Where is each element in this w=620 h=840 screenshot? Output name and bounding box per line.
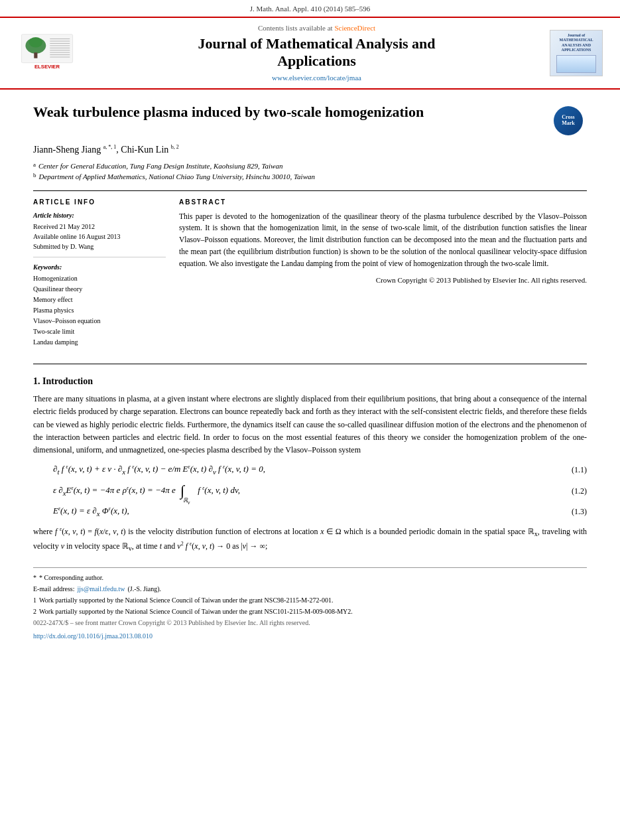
introduction-heading: 1. Introduction [33,375,587,388]
sciencedirect-brand[interactable]: ScienceDirect [334,24,375,32]
received-date: Received 21 May 2012 [33,222,166,232]
intro-paragraph-1: There are many situations in plasma, at … [33,393,587,456]
page-wrapper: J. Math. Anal. Appl. 410 (2014) 585–596 [0,0,620,840]
footer-copyright: 0022-247X/$ – see front matter Crown Cop… [33,618,587,628]
keyword-5: Vlasov–Poisson equation [33,316,166,326]
email-name: (J.-S. Jiang). [127,585,161,594]
journal-title-area: Contents lists available at ScienceDirec… [90,23,543,83]
article-footer: * * Corresponding author. E-mail address… [33,567,587,641]
journal-title: Journal of Mathematical Analysis and App… [90,35,543,70]
equation-1-2: ε ∂xEε(x, t) = −4π e ρε(x, t) = −4π e ∫ … [53,484,587,498]
history-dates: Received 21 May 2012 Available online 16… [33,222,166,251]
abstract-section: ABSTRACT This paper is devoted to the ho… [179,198,587,353]
equation-1-1-number: (1.1) [572,464,587,476]
equation-1-2-content: ε ∂xEε(x, t) = −4π e ρε(x, t) = −4π e ∫ … [53,484,240,498]
footnote-2: 2 Work partially supported by the Nation… [33,607,587,616]
keyword-3: Memory effect [33,295,166,305]
history-heading: Article history: [33,211,166,220]
journal-header: ELSEVIER Contents lists available at Sci… [0,17,620,90]
affil-a-text: Center for General Education, Tung Fang … [38,161,282,172]
footnote-star: * * Corresponding author. [33,573,587,583]
affiliations: a Center for General Education, Tung Fan… [33,161,587,182]
info-divider-1 [33,257,166,257]
citation-text: J. Math. Anal. Appl. 410 (2014) 585–596 [250,5,371,13]
abstract-copyright: Crown Copyright © 2013 Published by Else… [179,275,587,285]
divider-2 [33,364,587,364]
divider-1 [33,190,587,191]
svg-rect-3 [34,52,37,58]
keywords-list: Homogenization Quasilinear theory Memory… [33,273,166,348]
svg-text:ELSEVIER: ELSEVIER [34,64,60,70]
article-title: Weak turbulence plasma induced by two-sc… [33,103,540,122]
keyword-6: Two-scale limit [33,326,166,337]
footnote-star-text: * Corresponding author. [39,573,103,583]
equation-1-1-content: ∂t f ε(x, v, t) + ε v · ∂x f ε(x, v, t) … [53,463,265,477]
submitted-by: Submitted by D. Wang [33,242,166,251]
elsevier-logo-icon: ELSEVIER [14,33,80,73]
footnote-1: 1 Work partially supported by the Nation… [33,596,587,605]
journal-url[interactable]: www.elsevier.com/locate/jmaa [90,73,543,83]
journal-cover-area: Journal ofMATHEMATICALANALYSIS ANDAPPLIC… [550,30,609,76]
sciencedirect-label: Contents lists available at ScienceDirec… [90,23,543,33]
keywords-heading: Keywords: [33,263,166,272]
publisher-logo-area: ELSEVIER [11,33,84,73]
email-label: E-mail address: [33,585,74,594]
article-title-section: Weak turbulence plasma induced by two-sc… [33,103,587,135]
keyword-7: Landau damping [33,337,166,348]
equation-1-3: Eε(x, t) = ε ∂x Φε(x, t), (1.3) [53,505,587,519]
abstract-text: This paper is devoted to the homogenizat… [179,211,587,270]
article-info-heading: ARTICLE INFO [33,198,166,207]
equation-1-2-number: (1.2) [572,486,587,497]
crossmark-icon: CrossMark [554,106,583,135]
doi-link[interactable]: http://dx.doi.org/10.1016/j.jmaa.2013.08… [33,632,587,641]
article-content: Weak turbulence plasma induced by two-sc… [0,90,620,654]
affiliation-b: b Department of Applied Mathematics, Nat… [33,171,587,182]
available-date: Available online 16 August 2013 [33,232,166,242]
journal-cover-image: Journal ofMATHEMATICALANALYSIS ANDAPPLIC… [550,30,603,76]
info-abstract-section: ARTICLE INFO Article history: Received 2… [33,198,587,353]
email-address[interactable]: jjs@mail.tfedu.tw [77,585,125,594]
authors: Jiann-Sheng Jiang a, *, 1, Chi-Kun Lin b… [33,143,587,157]
equation-1-3-number: (1.3) [572,506,587,518]
keyword-4: Plasma physics [33,305,166,316]
footnote-2-text: Work partially supported by the National… [39,607,353,616]
keyword-2: Quasilinear theory [33,284,166,295]
abstract-heading: ABSTRACT [179,198,587,207]
top-citation-bar: J. Math. Anal. Appl. 410 (2014) 585–596 [0,0,620,17]
equation-1-1: ∂t f ε(x, v, t) + ε v · ∂x f ε(x, v, t) … [53,463,587,477]
svg-point-2 [29,37,43,47]
footnote-1-text: Work partially supported by the National… [39,596,333,605]
keyword-1: Homogenization [33,273,166,284]
footnote-email: E-mail address: jjs@mail.tfedu.tw (J.-S.… [33,585,587,594]
equation-1-3-content: Eε(x, t) = ε ∂x Φε(x, t), [53,505,129,519]
affil-b-text: Department of Applied Mathematics, Natio… [39,171,315,182]
intro-paragraph-2: where f ε(x, v, t) = f(x/ε, v, t) is the… [33,525,587,554]
article-info: ARTICLE INFO Article history: Received 2… [33,198,166,353]
crossmark-badge: CrossMark [554,106,587,135]
affiliation-a: a Center for General Education, Tung Fan… [33,161,587,172]
